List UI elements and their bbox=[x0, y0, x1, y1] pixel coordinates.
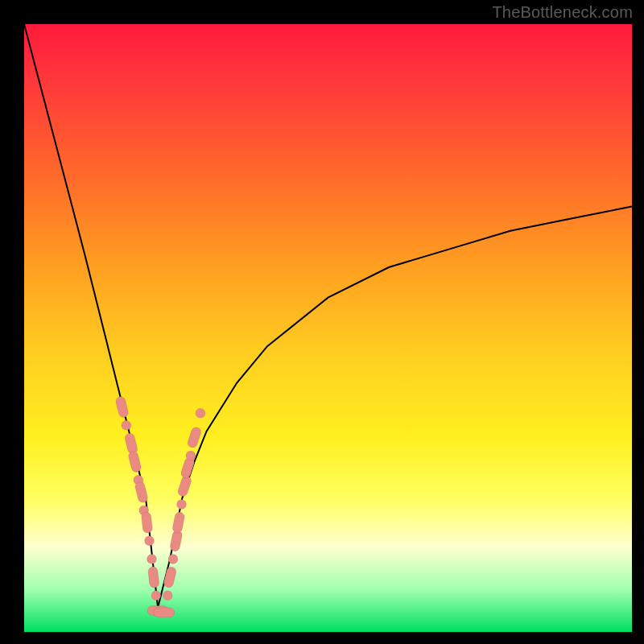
bead-pill bbox=[141, 512, 153, 534]
bead-pill bbox=[169, 530, 183, 552]
bead-pill bbox=[115, 396, 130, 419]
bead-round bbox=[151, 591, 161, 601]
bead-pill bbox=[171, 511, 185, 534]
bead-round bbox=[196, 408, 205, 418]
bead-pill bbox=[177, 475, 193, 497]
bead-round bbox=[163, 591, 172, 601]
bead-pill bbox=[124, 432, 138, 455]
bead-pill bbox=[134, 481, 149, 503]
bead-pill bbox=[147, 566, 159, 588]
bead-pill bbox=[163, 566, 177, 588]
bead-pill bbox=[127, 451, 142, 473]
curve-svg bbox=[24, 24, 632, 632]
bead-round bbox=[168, 554, 178, 564]
bead-pill bbox=[187, 426, 203, 448]
plot-area bbox=[24, 24, 632, 632]
bead-round bbox=[122, 420, 131, 430]
bead-markers bbox=[115, 396, 205, 617]
bead-round bbox=[145, 536, 155, 546]
bead-round bbox=[177, 500, 187, 510]
watermark-text: TheBottleneck.com bbox=[492, 3, 633, 22]
chart-frame: TheBottleneck.com bbox=[0, 0, 644, 644]
bead-round bbox=[186, 451, 196, 460]
bead-pill bbox=[154, 608, 175, 617]
bottleneck-curve bbox=[24, 24, 632, 608]
bead-round bbox=[147, 554, 157, 564]
